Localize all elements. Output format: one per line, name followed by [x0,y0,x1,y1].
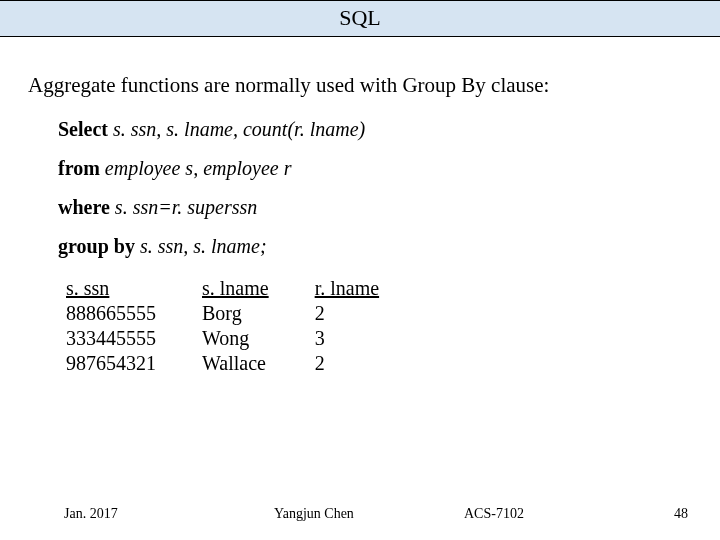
result-table: s. ssn 888665555 333445555 987654321 s. … [64,274,425,378]
table-cell: r. lname 2 3 2 [315,276,423,376]
col1-r2: 987654321 [66,352,156,374]
col1-r1: 333445555 [66,327,156,349]
col2-r1: Wong [202,327,249,349]
intro-text: Aggregate functions are normally used wi… [28,73,692,98]
slide-content: Aggregate functions are normally used wi… [0,37,720,378]
sql-block: Select s. ssn, s. lname, count(r. lname)… [58,118,692,258]
select-keyword: Select [58,118,108,140]
slide-title-bar: SQL [0,0,720,37]
col3-r0: 2 [315,302,325,324]
col1-header: s. ssn [66,277,109,299]
footer-author: Yangjun Chen [274,506,464,522]
col1-r0: 888665555 [66,302,156,324]
footer-page: 48 [614,506,688,522]
footer-row: Jan. 2017 Yangjun Chen ACS-7102 48 [64,506,688,522]
col3-r1: 3 [315,327,325,349]
footer-course: ACS-7102 [464,506,614,522]
sql-where-line: where s. ssn=r. superssn [58,196,692,219]
select-expr: s. ssn, s. lname, count(r. lname) [113,118,365,140]
table-cell: s. ssn 888665555 333445555 987654321 [66,276,200,376]
groupby-keyword: group by [58,235,135,257]
where-expr: s. ssn=r. superssn [115,196,257,218]
slide-title: SQL [339,5,381,30]
table-cell: s. lname Borg Wong Wallace [202,276,313,376]
table-row: s. ssn 888665555 333445555 987654321 s. … [66,276,423,376]
sql-from-line: from employee s, employee r [58,157,692,180]
sql-select-line: Select s. ssn, s. lname, count(r. lname) [58,118,692,141]
from-expr: employee s, employee r [105,157,292,179]
footer-date: Jan. 2017 [64,506,274,522]
col2-r0: Borg [202,302,242,324]
col2-r2: Wallace [202,352,266,374]
slide-footer: Jan. 2017 Yangjun Chen ACS-7102 48 [0,506,720,522]
from-keyword: from [58,157,100,179]
sql-groupby-line: group by s. ssn, s. lname; [58,235,692,258]
where-keyword: where [58,196,110,218]
col2-header: s. lname [202,277,269,299]
col3-header: r. lname [315,277,379,299]
col3-r2: 2 [315,352,325,374]
groupby-expr: s. ssn, s. lname; [140,235,267,257]
